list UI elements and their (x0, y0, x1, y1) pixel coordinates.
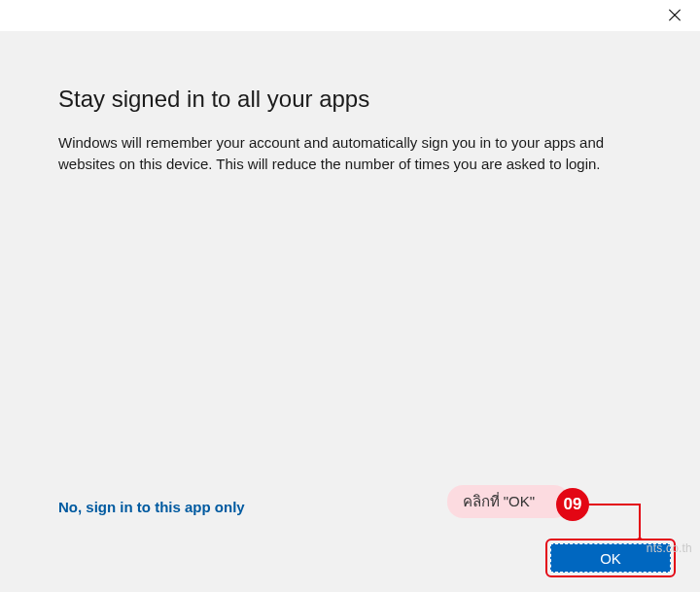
annotation-callout: คลิกที่ "OK" (447, 485, 571, 518)
annotation-text: คลิกที่ "OK" (463, 493, 536, 509)
annotation-step-badge: 09 (556, 488, 589, 521)
description-text: Windows will remember your account and a… (58, 132, 642, 175)
close-icon[interactable] (667, 8, 682, 23)
sign-in-this-app-only-link[interactable]: No, sign in to this app only (58, 499, 245, 515)
page-title: Stay signed in to all your apps (58, 86, 642, 113)
title-bar (0, 0, 700, 31)
watermark-text: nts.co.th (647, 541, 692, 555)
dialog-body: Stay signed in to all your apps Windows … (0, 31, 700, 592)
